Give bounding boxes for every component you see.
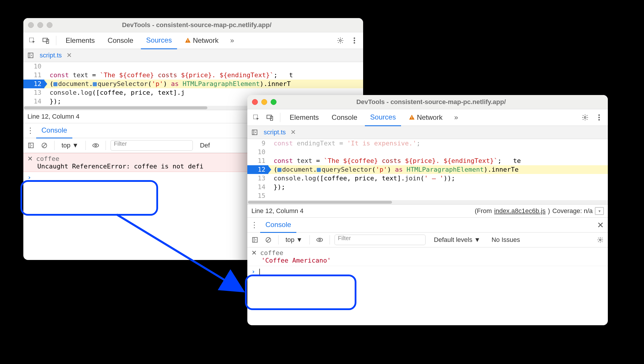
editor-statusbar: Line 12, Column 4 (From index.a8c1ec6b.j…: [247, 204, 608, 218]
levels-selector[interactable]: Def: [196, 142, 210, 149]
line-number[interactable]: 13: [247, 174, 268, 183]
clear-console-icon[interactable]: [263, 235, 274, 245]
traffic-max-icon[interactable]: [271, 99, 276, 105]
drawer-tab-console[interactable]: Console: [36, 123, 72, 138]
inspect-icon[interactable]: [26, 35, 38, 46]
line-number[interactable]: 12: [23, 80, 44, 88]
from-source-link[interactable]: index.a8c1ec6b.js: [494, 207, 545, 215]
line-number[interactable]: 12: [247, 165, 268, 174]
console-error-text-a: Uncaught ReferenceError:: [37, 163, 130, 170]
collapse-debugger-icon[interactable]: ▾: [595, 207, 604, 215]
live-expression-icon[interactable]: [314, 235, 325, 245]
settings-icon[interactable]: [335, 35, 346, 46]
traffic-close-icon[interactable]: [28, 22, 34, 28]
kebab-menu-icon[interactable]: [349, 35, 360, 46]
console-input-echo: coffee: [36, 155, 59, 162]
inspect-icon[interactable]: [250, 112, 262, 123]
console-error-text-b: coffee is not defi: [134, 163, 203, 170]
window-titlebar: DevTools - consistent-source-map-pc.netl…: [247, 95, 608, 109]
levels-selector[interactable]: Default levels▼: [428, 236, 480, 244]
drawer-tabs: ⋮ Console ✕: [247, 218, 608, 233]
code-line[interactable]: const text = `The ${coffee} costs ${pric…: [44, 71, 363, 80]
close-file-icon[interactable]: ✕: [290, 129, 296, 136]
console-entry[interactable]: ✕coffee 'Coffee Americano': [247, 247, 608, 266]
code-line[interactable]: console.log([coffee, price, text].join('…: [268, 174, 608, 183]
svg-rect-11: [29, 143, 34, 148]
drawer-menu-icon[interactable]: ⋮: [249, 221, 260, 230]
console-filter-input[interactable]: Filter: [335, 235, 426, 245]
line-number[interactable]: 10: [23, 62, 44, 71]
svg-rect-28: [253, 238, 258, 242]
tab-console[interactable]: Console: [102, 32, 139, 49]
file-tab-script[interactable]: script.ts: [40, 52, 62, 59]
line-number[interactable]: 15: [247, 191, 268, 200]
line-number[interactable]: 14: [247, 183, 268, 191]
clear-console-icon[interactable]: [39, 140, 50, 151]
more-tabs-icon[interactable]: »: [226, 36, 238, 45]
tab-elements[interactable]: Elements: [60, 32, 100, 49]
issues-label[interactable]: No Issues: [483, 236, 520, 244]
coverage-label: Coverage: n/a: [552, 207, 593, 215]
horizontal-scrollbar[interactable]: [247, 200, 608, 204]
line-number[interactable]: 11: [23, 71, 44, 80]
line-number[interactable]: 14: [23, 97, 44, 106]
console-sidebar-icon[interactable]: [250, 235, 260, 245]
svg-point-8: [354, 42, 355, 44]
traffic-lights: [252, 99, 276, 105]
error-close-icon[interactable]: ✕: [27, 155, 33, 162]
navigator-toggle-icon[interactable]: [250, 128, 259, 137]
code-line[interactable]: });: [268, 183, 608, 191]
traffic-min-icon[interactable]: [37, 22, 43, 28]
code-editor[interactable]: 9const endingText = 'It is expensive.';1…: [247, 139, 608, 200]
line-number[interactable]: 11: [247, 156, 268, 165]
tab-elements[interactable]: Elements: [284, 109, 324, 126]
console-filter-input[interactable]: Filter: [111, 140, 193, 151]
device-toggle-icon[interactable]: [264, 112, 276, 123]
tab-console[interactable]: Console: [326, 109, 363, 126]
drawer-tab-console[interactable]: Console: [260, 217, 296, 233]
settings-icon[interactable]: [579, 112, 591, 123]
code-line[interactable]: (document.querySelector('p') as HTMLPara…: [268, 165, 608, 174]
more-tabs-icon[interactable]: »: [450, 113, 462, 122]
entry-close-icon[interactable]: ✕: [251, 249, 257, 256]
svg-point-34: [599, 239, 601, 241]
tab-network[interactable]: Network: [179, 32, 224, 49]
line-number[interactable]: 13: [23, 88, 44, 97]
code-line[interactable]: const endingText = 'It is expensive.';: [268, 139, 608, 148]
svg-point-25: [598, 119, 600, 121]
from-close-paren: ): [548, 207, 550, 215]
context-selector[interactable]: top ▼: [283, 236, 305, 244]
levels-label: Default levels: [434, 236, 472, 244]
close-file-icon[interactable]: ✕: [66, 52, 72, 59]
tab-network[interactable]: Network: [403, 109, 448, 126]
device-toggle-icon[interactable]: [40, 35, 52, 46]
live-expression-icon[interactable]: [90, 140, 101, 151]
window-title: DevTools - consistent-source-map-pc.netl…: [276, 98, 603, 106]
context-selector[interactable]: top ▼: [59, 142, 81, 149]
code-line[interactable]: [268, 191, 608, 200]
file-tab-script[interactable]: script.ts: [264, 129, 286, 136]
console-result: 'Coffee Americano': [251, 257, 604, 264]
code-line[interactable]: const text = `The ${coffee} costs ${pric…: [268, 156, 608, 165]
navigator-toggle-icon[interactable]: [26, 51, 35, 60]
svg-rect-21: [412, 118, 412, 119]
line-number[interactable]: 10: [247, 148, 268, 156]
traffic-max-icon[interactable]: [47, 22, 52, 28]
console-sidebar-icon[interactable]: [26, 140, 36, 151]
line-number[interactable]: 9: [247, 139, 268, 148]
code-line[interactable]: [268, 148, 608, 156]
tab-sources[interactable]: Sources: [365, 109, 401, 126]
console-settings-icon[interactable]: [595, 235, 606, 245]
code-line[interactable]: (document.querySelector('p') as HTMLPara…: [44, 80, 363, 88]
traffic-close-icon[interactable]: [252, 99, 258, 105]
console-prompt[interactable]: ›: [247, 266, 608, 277]
traffic-min-icon[interactable]: [261, 99, 267, 105]
kebab-menu-icon[interactable]: [593, 112, 605, 123]
code-line[interactable]: [44, 62, 363, 71]
close-drawer-icon[interactable]: ✕: [597, 220, 607, 230]
drawer-menu-icon[interactable]: ⋮: [24, 126, 36, 135]
cursor-position: Line 12, Column 4: [251, 207, 304, 215]
tab-sources[interactable]: Sources: [141, 32, 177, 49]
svg-point-22: [584, 117, 586, 118]
traffic-lights: [28, 22, 52, 28]
